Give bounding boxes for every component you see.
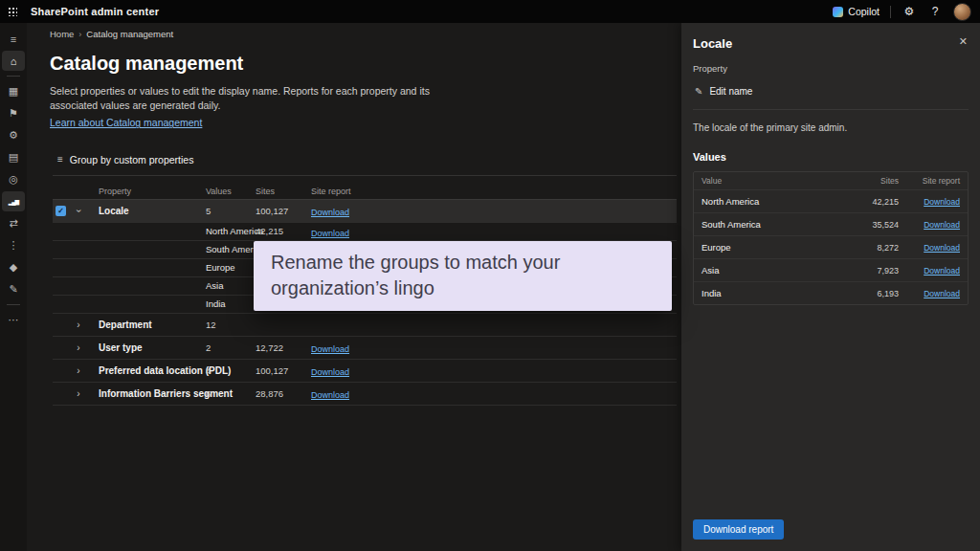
chevron-right-icon[interactable]: › <box>74 320 83 330</box>
table-toolbar: ≡ Group by custom properties <box>53 145 677 176</box>
breadcrumb-separator-icon: › <box>78 30 81 39</box>
values-row-europe[interactable]: Europe 8,272 Download <box>694 236 968 259</box>
waffle-icon <box>8 7 17 16</box>
learn-about-link[interactable]: Learn about Catalog management <box>50 117 202 128</box>
nav-migration[interactable]: ⇄ <box>2 213 25 233</box>
table-row-information-barriers[interactable]: › Information Barriers segment 6 28,876 … <box>53 383 677 406</box>
nav-settings[interactable]: ⚙ <box>2 125 25 145</box>
edit-name-button[interactable]: ✎ Edit name <box>693 84 754 99</box>
row-property-name: Preferred data location (PDL) <box>99 365 206 376</box>
panel-title: Locale <box>693 36 969 51</box>
value-sites: 35,524 <box>843 220 899 230</box>
chevron-down-icon[interactable]: › <box>74 206 84 215</box>
nav-sites[interactable]: ▦ <box>2 81 25 101</box>
download-link[interactable]: Download <box>899 220 960 230</box>
nav-advanced[interactable]: ◆ <box>2 257 25 277</box>
col-value: Value <box>702 176 843 186</box>
table-row-pdl[interactable]: › Preferred data location (PDL) 4 100,12… <box>53 360 677 383</box>
values-row-north-america[interactable]: North America 42,215 Download <box>694 190 968 213</box>
values-row-india[interactable]: India 6,193 Download <box>694 282 968 304</box>
download-link[interactable]: Download <box>899 266 960 276</box>
value-name: South America <box>702 219 843 230</box>
row-controls: ✓ › <box>53 206 99 216</box>
nav-customization[interactable]: ✎ <box>2 279 25 299</box>
settings-gear-button[interactable]: ⚙ <box>902 5 917 18</box>
help-icon: ? <box>932 5 939 18</box>
nav-monitoring[interactable]: ◎ <box>2 169 25 189</box>
page-description: Select properties or values to edit the … <box>50 84 434 113</box>
download-link[interactable]: Download <box>899 243 960 253</box>
row-property-name: Information Barriers segment <box>99 388 206 399</box>
download-link[interactable]: Download <box>311 390 349 400</box>
nav-content-services[interactable]: ▤ <box>2 147 25 167</box>
chevron-right-icon[interactable]: › <box>74 388 83 399</box>
edit-pencil-icon: ✎ <box>9 283 17 296</box>
group-list-icon: ≡ <box>57 154 63 165</box>
table-row-locale[interactable]: ✓ › Locale 5 100,127 Download <box>53 200 677 223</box>
cell-spacer <box>56 347 74 348</box>
row-sites-count: 100,127 <box>256 206 311 216</box>
rail-divider <box>7 304 20 305</box>
col-site-report: Site report <box>899 176 960 186</box>
value-name: India <box>702 288 843 298</box>
breadcrumb-current: Catalog management <box>86 29 173 39</box>
chevron-right-icon[interactable]: › <box>74 342 83 353</box>
callout-tooltip: Rename the groups to match your organiza… <box>254 241 672 311</box>
row-checkbox[interactable]: ✓ <box>56 206 66 216</box>
table-subrow-north-america[interactable]: North America 42,215 Download <box>53 223 677 241</box>
rail-divider <box>7 76 20 77</box>
table-row-department[interactable]: › Department 12 <box>53 314 677 337</box>
ellipsis-icon: ⋯ <box>9 314 19 326</box>
copilot-button[interactable]: Copilot <box>833 6 880 17</box>
download-link[interactable]: Download <box>311 229 349 238</box>
row-values-count: 5 <box>206 206 256 216</box>
value-name: North America <box>702 196 843 207</box>
row-controls: › <box>53 365 99 376</box>
topbar-actions: Copilot ⚙ ? <box>833 3 980 21</box>
nav-more-features[interactable]: ⋯ <box>2 310 25 330</box>
row-values-count: 2 <box>206 342 256 353</box>
copilot-label: Copilot <box>848 6 880 17</box>
nav-menu[interactable]: ≡ <box>2 29 25 49</box>
col-values: Values <box>206 187 256 196</box>
download-link[interactable]: Download <box>899 197 960 207</box>
row-values-count: 6 <box>206 388 256 399</box>
group-by-button[interactable]: ≡ Group by custom properties <box>53 152 198 167</box>
help-button[interactable]: ? <box>927 5 943 18</box>
download-link[interactable]: Download <box>311 208 349 217</box>
download-report-button[interactable]: Download report <box>693 519 784 540</box>
callout-text: Rename the groups to match your organiza… <box>271 250 587 300</box>
values-row-asia[interactable]: Asia 7,923 Download <box>694 259 968 282</box>
nav-home[interactable]: ⌂ <box>2 51 25 71</box>
breadcrumb: Home › Catalog management <box>50 29 704 39</box>
home-icon: ⌂ <box>11 55 17 67</box>
account-avatar[interactable] <box>953 3 971 21</box>
reports-chart-icon: ▂▄▆ <box>9 198 18 205</box>
subrow-value: Europe <box>206 262 256 273</box>
row-sites-count: 28,876 <box>256 388 311 399</box>
download-link[interactable]: Download <box>899 289 960 298</box>
row-values-count: 4 <box>206 365 256 376</box>
cell-spacer <box>56 324 74 325</box>
download-link[interactable]: Download <box>311 367 349 377</box>
page-title: Catalog management <box>50 53 704 75</box>
content-services-icon: ▤ <box>9 151 18 164</box>
close-icon[interactable]: ✕ <box>959 35 968 48</box>
subrow-value: India <box>206 298 256 309</box>
row-sites-count: 12,722 <box>256 342 311 353</box>
nav-reports[interactable]: ▂▄▆ <box>2 191 25 211</box>
gear-icon: ⚙ <box>904 5 915 18</box>
value-name: Asia <box>702 265 843 276</box>
row-controls: › <box>53 388 99 399</box>
panel-section-label: Property <box>693 63 969 74</box>
nav-policies[interactable]: ⚑ <box>2 103 25 123</box>
table-row-user-type[interactable]: › User type 2 12,722 Download <box>53 337 677 360</box>
breadcrumb-home[interactable]: Home <box>50 29 74 39</box>
row-property-name: Locale <box>99 206 206 216</box>
download-link[interactable]: Download <box>311 344 349 354</box>
left-nav-rail: ≡ ⌂ ▦ ⚑ ⚙ ▤ ◎ ▂▄▆ ⇄ ⋮ ◆ ✎ ⋯ <box>0 23 27 551</box>
nav-more[interactable]: ⋮ <box>2 235 25 255</box>
chevron-right-icon[interactable]: › <box>74 365 83 376</box>
values-row-south-america[interactable]: South America 35,524 Download <box>694 213 968 236</box>
app-launcher-button[interactable] <box>0 0 25 23</box>
